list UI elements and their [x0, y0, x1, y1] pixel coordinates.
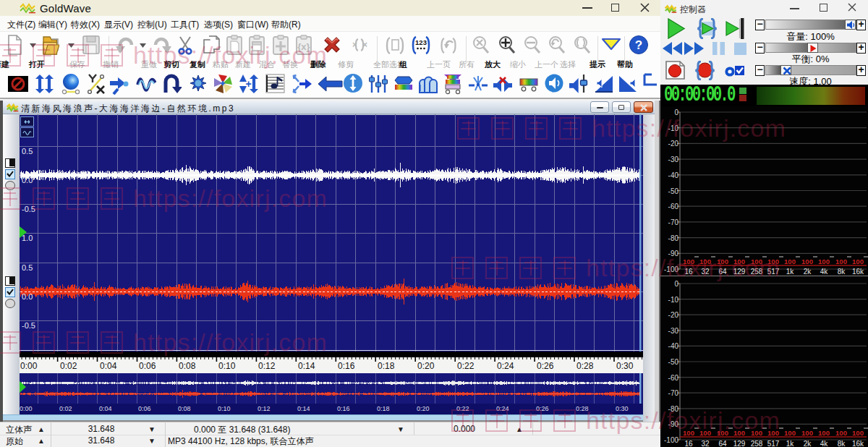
svg-text:2k: 2k: [804, 268, 812, 276]
svg-text:8k: 8k: [838, 268, 846, 276]
svg-text:-30: -30: [668, 327, 679, 335]
svg-text:258: 258: [751, 440, 763, 447]
svg-text:-70: -70: [668, 389, 679, 397]
svg-text:1k: 1k: [786, 268, 795, 276]
svg-text:100: 100: [801, 429, 813, 437]
svg-text:64: 64: [718, 440, 727, 447]
svg-text:129: 129: [733, 440, 746, 447]
svg-text:100: 100: [835, 429, 847, 437]
svg-text:-20: -20: [668, 311, 679, 319]
svg-text:16k: 16k: [852, 440, 864, 447]
svg-text:100: 100: [801, 257, 813, 265]
svg-text:517: 517: [767, 440, 780, 447]
svg-text:100: 100: [852, 429, 864, 437]
svg-text:100: 100: [835, 257, 847, 265]
svg-text:-10: -10: [668, 296, 679, 304]
svg-text:16: 16: [684, 440, 693, 447]
svg-text:4k: 4k: [820, 268, 829, 276]
svg-text:-40: -40: [668, 171, 679, 179]
svg-text:-100: -100: [664, 436, 678, 444]
svg-text:32: 32: [701, 440, 710, 447]
svg-text:16k: 16k: [852, 268, 864, 276]
svg-text:4k: 4k: [820, 440, 829, 447]
svg-text:-40: -40: [668, 342, 679, 350]
svg-text:8k: 8k: [838, 440, 846, 447]
svg-text:2k: 2k: [804, 440, 812, 447]
svg-text:100: 100: [818, 257, 830, 265]
svg-text:-70: -70: [668, 218, 679, 226]
svg-text:1k: 1k: [786, 440, 795, 447]
svg-text:100: 100: [818, 429, 830, 437]
svg-text:100: 100: [852, 257, 864, 265]
svg-text:-80: -80: [668, 234, 679, 242]
svg-text:-60: -60: [668, 203, 679, 210]
svg-text:100: 100: [784, 257, 796, 265]
svg-text:100: 100: [784, 429, 796, 437]
svg-text:-30: -30: [668, 156, 679, 163]
svg-text:?: ?: [635, 38, 642, 52]
svg-text:+: +: [245, 78, 251, 90]
svg-text:123: 123: [415, 38, 427, 46]
svg-text:×: ×: [362, 40, 367, 50]
svg-text:-60: -60: [668, 374, 679, 382]
svg-text:-50: -50: [668, 187, 679, 195]
svg-text:-50: -50: [668, 358, 679, 366]
